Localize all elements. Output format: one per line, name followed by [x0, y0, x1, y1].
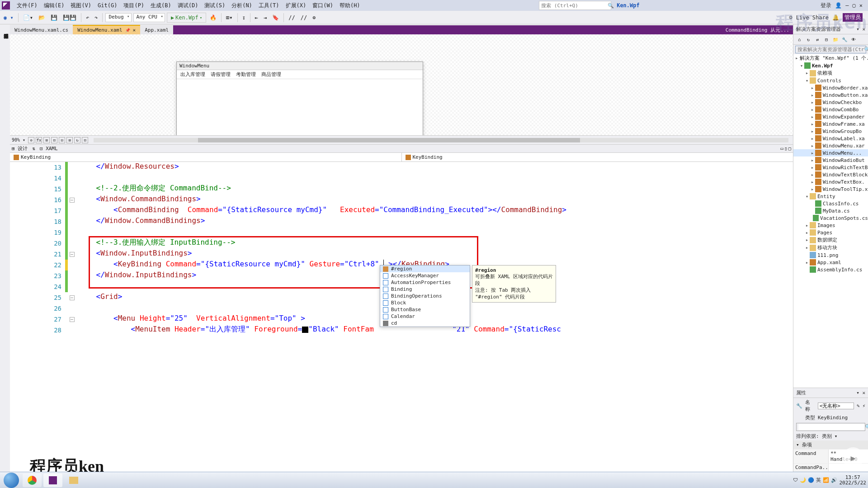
menu-analyze[interactable]: 分析(N)	[228, 0, 255, 11]
tn-control-file[interactable]: ▸WindowRadioBut	[793, 156, 868, 164]
solution-name[interactable]: Ken.Wpf	[617, 2, 640, 9]
se-search-input[interactable]	[797, 47, 864, 52]
window-preview[interactable]: WindowMenu 出入库管理 请假管理 考勤管理 商品管理	[176, 62, 423, 136]
signin-link[interactable]: 登录	[821, 2, 831, 9]
tn-binding[interactable]: ▸数据绑定	[793, 236, 868, 244]
close-panel-icon[interactable]: ✕	[862, 26, 865, 32]
network-icon[interactable]: 📶	[823, 477, 829, 480]
back-button[interactable]: ◉ ▾	[2, 14, 15, 22]
user-icon[interactable]: 👤	[835, 2, 842, 9]
tn-111png[interactable]: 111.png	[793, 251, 868, 259]
undo-button[interactable]: ↶	[84, 14, 91, 22]
zoom-level[interactable]: 90%	[12, 137, 20, 142]
tn-mobile[interactable]: ▸移动方块	[793, 244, 868, 251]
toolbox-tab[interactable]: 工具箱	[0, 26, 1, 480]
mt-4[interactable]: ⊡	[51, 137, 57, 143]
is-item-1[interactable]: AccessKeyManager	[380, 272, 470, 279]
solution-tree[interactable]: ▸解决方案 "Ken.Wpf" (1 个... ▾Ken.Wpf ▸依赖项 ▾C…	[793, 54, 868, 388]
tray-icon[interactable]: 🔵	[808, 477, 814, 480]
tn-deps[interactable]: ▸依赖项	[793, 69, 868, 77]
menu-edit[interactable]: 编辑(E)	[41, 0, 68, 11]
pin-icon[interactable]: 📌	[125, 28, 130, 33]
split-v-icon[interactable]: ▯	[784, 146, 788, 152]
indent-more[interactable]: ⇥	[262, 14, 269, 22]
tn-images[interactable]: ▸Images	[793, 222, 868, 229]
is-item-6[interactable]: ButtonBase	[380, 306, 470, 313]
menu-view[interactable]: 视图(V)	[67, 0, 94, 11]
mt-7[interactable]: ↻	[74, 137, 80, 143]
tn-proj[interactable]: ▾Ken.Wpf	[793, 62, 868, 69]
is-item-7[interactable]: Calendar	[380, 313, 470, 320]
is-item-2[interactable]: AutomationProperties	[380, 279, 470, 286]
minimize-button[interactable]: —	[845, 2, 849, 9]
tn-control-file[interactable]: ▸WindowCheckbo	[793, 99, 868, 106]
bookmark[interactable]: 🔖	[270, 14, 281, 22]
tn-control-file[interactable]: ▸WindowExpander	[793, 113, 868, 120]
is-item-4[interactable]: BindingOperations	[380, 293, 470, 299]
full-icon[interactable]: ▢	[788, 146, 791, 152]
hscroll[interactable]	[94, 138, 788, 142]
menu-tools[interactable]: 工具(T)	[255, 0, 283, 11]
start-button[interactable]	[2, 474, 21, 480]
tn-entity-file[interactable]: MyData.cs	[793, 207, 868, 214]
explorer-icon[interactable]	[64, 474, 83, 480]
close-button[interactable]: ✕	[859, 2, 863, 9]
quick-search[interactable]: 🔍	[539, 1, 611, 10]
se-preview[interactable]: 👁	[849, 35, 858, 43]
tray-icon[interactable]: 🛡	[793, 477, 798, 480]
se-home[interactable]: ⌂	[795, 35, 803, 43]
menu-project[interactable]: 项目(P)	[120, 0, 147, 11]
start-debug-button[interactable]: ▶Ken.Wpf▾	[167, 13, 206, 23]
tab-0[interactable]: WindowMenu.xaml.cs	[10, 25, 73, 34]
tn-control-file[interactable]: ▸WindowMenu.xar	[793, 142, 868, 149]
menu-test[interactable]: 测试(S)	[201, 0, 228, 11]
pin-icon[interactable]: ▾	[856, 390, 859, 396]
menu-file[interactable]: 文件(F)	[14, 0, 41, 11]
mt-3[interactable]: ⊞	[43, 137, 50, 143]
edit-icon[interactable]: ✎	[857, 403, 860, 409]
close-icon[interactable]: ✕	[133, 27, 136, 33]
step-button[interactable]: ↧	[241, 14, 247, 22]
ime-icon[interactable]: 英	[816, 477, 821, 480]
mt-5[interactable]: ⊟	[59, 137, 65, 143]
lightning-icon[interactable]: ⚡	[862, 403, 865, 409]
se-collapse[interactable]: ⊟	[822, 35, 830, 43]
open-button[interactable]: 📂	[37, 14, 47, 22]
comment-button[interactable]: //	[287, 14, 297, 22]
tn-appxaml[interactable]: ▸App.xaml	[793, 259, 868, 266]
tn-entity-file[interactable]: VacationSpots.cs	[793, 214, 868, 222]
is-item-5[interactable]: Block	[380, 299, 470, 306]
nav-left[interactable]: KeyBinding	[10, 153, 401, 161]
menu-window[interactable]: 窗口(W)	[309, 0, 336, 11]
mt-2[interactable]: fx	[36, 137, 42, 143]
solution-platform-combo[interactable]: Any CPU	[133, 13, 165, 22]
solution-config-combo[interactable]: Debug	[105, 13, 131, 22]
menu-git[interactable]: Git(G)	[94, 0, 120, 11]
tn-control-file[interactable]: ▸WindowGroupBo	[793, 128, 868, 135]
is-item-0[interactable]: #region	[380, 265, 470, 272]
code-editor[interactable]: 13 </Window.Resources> 14 15 <!--2.使用命令绑…	[10, 162, 793, 472]
design-view-tab[interactable]: ⊞ 设计	[12, 145, 28, 152]
tn-control-file[interactable]: ▸WindowRichTextB	[793, 164, 868, 171]
tn-controls[interactable]: ▾Controls	[793, 77, 868, 84]
nav-right[interactable]: KeyBinding	[401, 153, 793, 161]
chrome-icon[interactable]	[23, 474, 42, 480]
se-search[interactable]: 🔍	[795, 46, 866, 53]
se-sync[interactable]: ⇄	[813, 35, 821, 43]
system-tray[interactable]: 🛡 🌙 🔵 英 📶 🔊 13:572022/5/22	[793, 475, 866, 480]
uncomment-button[interactable]: //	[299, 14, 309, 22]
quick-search-input[interactable]	[541, 3, 608, 9]
swap-view-button[interactable]: ⇅	[32, 146, 35, 152]
is-item-8[interactable]: cd	[380, 320, 470, 327]
new-button[interactable]: 📄▾	[21, 14, 35, 22]
indent-less[interactable]: ⇤	[253, 14, 260, 22]
se-showall[interactable]: 📁	[831, 35, 840, 43]
server-explorer-tab[interactable]: 服务器资源管理器	[1, 26, 10, 480]
tn-entity[interactable]: ▾Entity	[793, 193, 868, 200]
tn-solution[interactable]: ▸解决方案 "Ken.Wpf" (1 个...	[793, 54, 868, 62]
mt-8[interactable]: ⊡	[82, 137, 88, 143]
vs-taskbar-icon[interactable]	[43, 474, 62, 480]
tray-icon[interactable]: 🌙	[800, 477, 806, 480]
tn-control-file[interactable]: ▸WindowBorder.xa	[793, 84, 868, 91]
menu-debug[interactable]: 调试(D)	[175, 0, 202, 11]
